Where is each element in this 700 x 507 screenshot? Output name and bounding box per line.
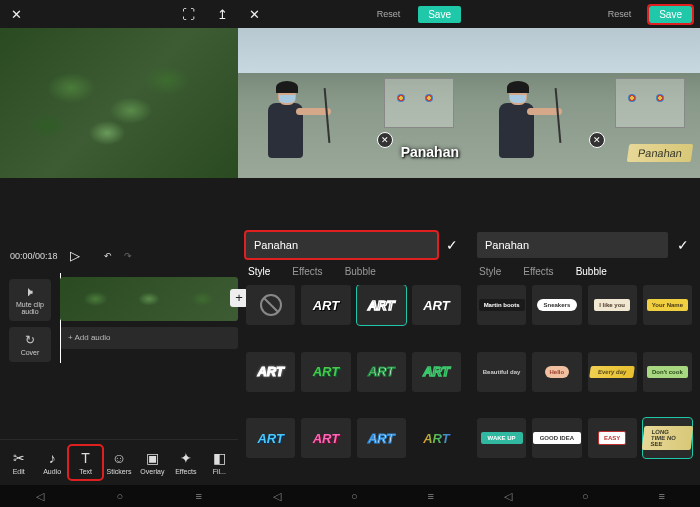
playback-row: 00:00/00:18 ▷ ↶ ↷	[0, 242, 238, 269]
bubble-grid: Martin bootsSneakersI like youYour NameB…	[469, 285, 700, 485]
style-white-outline[interactable]: ART	[246, 352, 295, 392]
play-button[interactable]: ▷	[70, 248, 80, 263]
style-blue[interactable]: ART	[246, 418, 295, 458]
style-outline[interactable]: ART	[357, 285, 406, 325]
tool-audio[interactable]: ♪Audio	[35, 446, 68, 479]
tab-effects[interactable]: Effects	[292, 266, 322, 277]
nav-recent-icon[interactable]: ≡	[195, 490, 201, 502]
text-input[interactable]	[246, 232, 437, 258]
bubble-teal[interactable]: WAKE UP	[477, 418, 526, 458]
bubble-banner2[interactable]: LONG TIME NO SEE	[643, 418, 692, 458]
reset-button[interactable]: Reset	[608, 9, 632, 19]
text-caption-bubble[interactable]: Panahan	[627, 144, 694, 162]
tool-edit[interactable]: ✂Edit	[2, 446, 35, 479]
tool-text-icon: T	[69, 450, 102, 466]
style-plain[interactable]: ART	[412, 285, 461, 325]
tool-stickers-icon: ☺	[102, 450, 135, 466]
timeline[interactable]: 🕨 Mute clip audio ↻ Cover + + Add audio	[0, 269, 238, 439]
bubble-banner[interactable]: Every day	[588, 352, 637, 392]
save-button[interactable]: Save	[649, 6, 692, 23]
reset-button[interactable]: Reset	[377, 9, 401, 19]
style-rainbow[interactable]: ART	[412, 418, 461, 458]
bubble-green[interactable]: Don't cook	[643, 352, 692, 392]
tool-effects[interactable]: ✦Effects	[169, 446, 202, 479]
save-button[interactable]: Save	[418, 6, 461, 23]
bubble-black[interactable]: Martin boots	[477, 285, 526, 325]
upload-icon[interactable]: ↥	[214, 7, 230, 22]
bubble-yellow[interactable]: Your Name	[643, 285, 692, 325]
tab-bubble[interactable]: Bubble	[345, 266, 376, 277]
nav-back-icon[interactable]: ◁	[504, 490, 512, 503]
bubble-flag[interactable]: EASY	[588, 418, 637, 458]
text-tabs: Style Effects Bubble	[469, 262, 700, 285]
bubble-ribbon[interactable]: GOOD IDEA	[532, 418, 581, 458]
style-green-outline[interactable]: ART	[357, 352, 406, 392]
bubble-pink[interactable]: Hello	[532, 352, 581, 392]
bottom-toolbar: ✂Edit♪AudioTText☺Stickers▣Overlay✦Effect…	[0, 439, 238, 485]
topbar: ✕ ⛶ ↥	[0, 0, 238, 28]
editor-panel: ✕ ⛶ ↥ 00:00/00:18 ▷ ↶ ↷ 🕨 Mute clip audi…	[0, 0, 238, 507]
delete-text-icon[interactable]: ✕	[377, 132, 393, 148]
mute-clip-button[interactable]: 🕨 Mute clip audio	[9, 279, 51, 321]
tab-bubble[interactable]: Bubble	[576, 266, 607, 277]
video-track-clip[interactable]: +	[60, 277, 238, 321]
video-preview[interactable]: ✕ Panahan	[469, 28, 700, 178]
tab-style[interactable]: Style	[248, 266, 270, 277]
redo-button[interactable]: ↷	[124, 251, 132, 261]
text-input[interactable]	[477, 232, 668, 258]
nav-home-icon[interactable]: ○	[116, 490, 123, 502]
android-navbar: ◁ ○ ≡	[0, 485, 238, 507]
text-style-panel: ✕ Reset Save ✕ Panahan ✓ Style Effects B…	[238, 0, 469, 507]
bubble-plain[interactable]: Beautiful day	[477, 352, 526, 392]
preview-image-archer: ✕ Panahan	[238, 28, 469, 178]
style-white[interactable]: ART	[301, 285, 350, 325]
text-tabs: Style Effects Bubble	[238, 262, 469, 285]
nav-recent-icon[interactable]: ≡	[659, 490, 665, 502]
tool-overlay-icon: ▣	[136, 450, 169, 466]
tool-filter-icon: ◧	[203, 450, 236, 466]
nav-home-icon[interactable]: ○	[582, 490, 589, 502]
confirm-text-icon[interactable]: ✓	[443, 237, 461, 253]
style-pink[interactable]: ART	[301, 418, 350, 458]
tab-effects[interactable]: Effects	[523, 266, 553, 277]
style-green[interactable]: ART	[301, 352, 350, 392]
close-icon[interactable]: ✕	[246, 7, 262, 22]
close-icon[interactable]: ✕	[8, 7, 24, 22]
nav-home-icon[interactable]: ○	[351, 490, 358, 502]
tool-audio-icon: ♪	[35, 450, 68, 466]
bubble-cream[interactable]: I like you	[588, 285, 637, 325]
nav-recent-icon[interactable]: ≡	[428, 490, 434, 502]
topbar: Reset Save	[469, 0, 700, 28]
android-navbar: ◁ ○ ≡	[469, 485, 700, 507]
video-preview[interactable]: ✕ Panahan	[238, 28, 469, 178]
preview-image-leaves	[0, 28, 238, 178]
tool-overlay[interactable]: ▣Overlay	[136, 446, 169, 479]
tool-filter[interactable]: ◧Fil...	[203, 446, 236, 479]
nav-back-icon[interactable]: ◁	[36, 490, 44, 503]
delete-text-icon[interactable]: ✕	[589, 132, 605, 148]
tool-text[interactable]: TText	[69, 446, 102, 479]
speaker-mute-icon: 🕨	[11, 285, 49, 299]
style-green-stroke[interactable]: ART	[412, 352, 461, 392]
tool-stickers[interactable]: ☺Stickers	[102, 446, 135, 479]
cover-button[interactable]: ↻ Cover	[9, 327, 51, 362]
nav-back-icon[interactable]: ◁	[273, 490, 281, 503]
tool-effects-icon: ✦	[169, 450, 202, 466]
android-navbar: ◁ ○ ≡	[238, 485, 469, 507]
tab-style[interactable]: Style	[479, 266, 501, 277]
undo-button[interactable]: ↶	[104, 251, 112, 261]
topbar: ✕ Reset Save	[238, 0, 469, 28]
video-preview[interactable]	[0, 28, 238, 178]
timecode-label: 00:00/00:18	[10, 251, 58, 261]
bubble-white-round[interactable]: Sneakers	[532, 285, 581, 325]
preview-image-archer: ✕ Panahan	[469, 28, 700, 178]
text-bubble-panel: Reset Save ✕ Panahan ✓ Style Effects Bub…	[469, 0, 700, 507]
style-none[interactable]	[246, 285, 295, 325]
style-blue-outline[interactable]: ART	[357, 418, 406, 458]
expand-icon[interactable]: ⛶	[180, 7, 196, 22]
text-caption[interactable]: Panahan	[401, 144, 459, 160]
add-audio-track[interactable]: + Add audio	[60, 327, 238, 349]
style-grid: ARTARTARTARTARTARTARTARTARTARTART	[238, 285, 469, 485]
tool-edit-icon: ✂	[2, 450, 35, 466]
confirm-text-icon[interactable]: ✓	[674, 237, 692, 253]
